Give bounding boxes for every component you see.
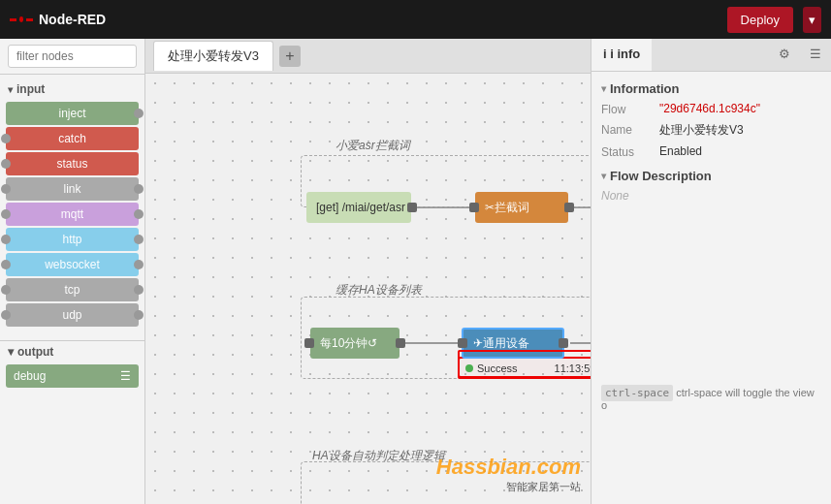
right-panel: i i info ⚙ ☰ ▾ Information Flow "29d6746… xyxy=(591,39,831,504)
name-value: 处理小爱转发V3 xyxy=(659,122,821,139)
output-arrow-icon: ▾ xyxy=(8,345,14,359)
canvas-area: 处理小爱转发V3 + 小爱asr拦截词 xyxy=(145,39,591,504)
sidebar-item-status[interactable]: status xyxy=(6,152,139,175)
link-port-right xyxy=(134,184,144,194)
add-tab-button[interactable]: + xyxy=(279,46,301,67)
hint-key: ctrl-space xyxy=(601,385,673,401)
flow-description-section: ▾ Flow Description None xyxy=(601,169,821,203)
tab-info[interactable]: i i info xyxy=(591,39,652,71)
info-arrow-icon: ▾ xyxy=(601,83,606,94)
status-port-left xyxy=(1,159,11,169)
logo-dash xyxy=(10,18,16,21)
input-section-label: input xyxy=(16,82,45,96)
debug-list-icon: ☰ xyxy=(120,369,131,383)
sidebar-item-mqtt[interactable]: mqtt xyxy=(6,203,139,226)
sidebar: ▾ input inject catch status link xyxy=(0,39,145,504)
status-label: Status xyxy=(601,144,659,159)
information-title: ▾ Information xyxy=(601,81,821,96)
logo-icon xyxy=(10,11,33,28)
output-section-label: output xyxy=(17,345,53,359)
n2-port-right xyxy=(564,203,574,212)
n2-port-left xyxy=(469,203,479,212)
node-universal-device[interactable]: ✈通用设备 xyxy=(462,328,564,359)
sidebar-item-tcp[interactable]: tcp xyxy=(6,278,139,301)
deploy-dropdown-button[interactable]: ▾ xyxy=(803,7,821,33)
canvas-tabs: 处理小爱转发V3 + xyxy=(145,39,591,74)
input-arrow-icon: ▾ xyxy=(8,84,13,95)
info-icon: i xyxy=(603,47,607,61)
logo-dash2 xyxy=(26,18,33,21)
flow-label-3: HA设备自动判定处理逻辑 xyxy=(312,448,445,464)
rp-tab-icons: ⚙ ☰ xyxy=(769,39,831,71)
http-port-left xyxy=(1,235,11,244)
status-row: Status Enabled xyxy=(601,144,821,159)
udp-port-right xyxy=(134,310,144,320)
node-timer[interactable]: 每10分钟↺ xyxy=(310,328,400,359)
flow-canvas[interactable]: 小爱asr拦截词 缓存HA设备列表 HA设备自动判定处理逻辑 [get] /mi… xyxy=(145,74,591,504)
flow-id-value: "29d6746d.1c934c" xyxy=(659,102,760,115)
main-layout: ▾ input inject catch status link xyxy=(0,39,831,504)
flow-label-2: 缓存HA设备列表 xyxy=(336,282,422,299)
n5-port-left xyxy=(458,338,467,348)
link-port-left xyxy=(1,184,11,194)
mqtt-port-left xyxy=(1,209,11,219)
n5-status-bar: Success 11:13:59 xyxy=(465,362,591,374)
sidebar-item-debug[interactable]: debug ☰ xyxy=(6,364,139,388)
websocket-port-right xyxy=(134,260,144,269)
flow-description-title: ▾ Flow Description xyxy=(601,169,821,183)
sidebar-search-area xyxy=(0,39,144,75)
flow-label: Flow xyxy=(601,102,659,116)
topbar: Node-RED Deploy ▾ xyxy=(0,0,831,39)
hint-area: ctrl-space ctrl-space will toggle the vi… xyxy=(601,212,821,411)
n5-status-time: 11:13:59 xyxy=(555,362,591,374)
app-title: Node-RED xyxy=(39,12,106,27)
websocket-port-left xyxy=(1,260,11,269)
flow-tab[interactable]: 处理小爱转发V3 xyxy=(153,41,273,71)
name-label: Name xyxy=(601,122,659,137)
hint-text: ctrl-space ctrl-space will toggle the vi… xyxy=(601,387,821,411)
group-box-3 xyxy=(301,461,591,504)
n4-port-left xyxy=(304,338,314,348)
catch-port-left xyxy=(1,134,11,143)
inject-port-right xyxy=(134,109,144,118)
sidebar-item-inject[interactable]: inject xyxy=(6,102,139,125)
udp-port-left xyxy=(1,310,11,320)
sidebar-input-header[interactable]: ▾ input xyxy=(0,79,144,100)
desc-arrow-icon: ▾ xyxy=(601,171,606,181)
n5-port-right xyxy=(559,338,568,348)
flow-description-text: None xyxy=(601,189,821,203)
http-port-right xyxy=(134,235,144,244)
logo: Node-RED xyxy=(10,11,106,28)
sidebar-item-websocket[interactable]: websocket xyxy=(6,253,139,276)
deploy-button[interactable]: Deploy xyxy=(727,7,793,33)
tab-config-icon[interactable]: ⚙ xyxy=(769,39,800,71)
sidebar-input-section: ▾ input inject catch status link xyxy=(0,75,144,332)
tcp-port-left xyxy=(1,285,11,295)
n5-status-dot xyxy=(465,364,473,372)
logo-dot xyxy=(19,16,24,22)
sidebar-output-section: ▾ output debug ☰ xyxy=(0,332,144,394)
n1-port-right xyxy=(407,203,417,212)
information-section: ▾ Information Flow "29d6746d.1c934c" Nam… xyxy=(601,81,821,159)
sidebar-item-link[interactable]: link xyxy=(6,177,139,201)
search-input[interactable] xyxy=(8,45,137,68)
right-panel-content: ▾ Information Flow "29d6746d.1c934c" Nam… xyxy=(591,72,831,504)
sidebar-item-udp[interactable]: udp xyxy=(6,303,139,327)
right-panel-tabs: i i info ⚙ ☰ xyxy=(591,39,831,72)
flow-row: Flow "29d6746d.1c934c" xyxy=(601,102,821,116)
sidebar-output-header[interactable]: ▾ output xyxy=(0,340,144,362)
mqtt-port-right xyxy=(134,209,144,219)
sidebar-item-http[interactable]: http xyxy=(6,228,139,251)
flow-label-1: 小爱asr拦截词 xyxy=(336,138,410,154)
n4-port-right xyxy=(396,338,405,348)
tcp-port-right xyxy=(134,285,144,295)
status-value: Enabled xyxy=(659,144,821,158)
name-row: Name 处理小爱转发V3 xyxy=(601,122,821,139)
n5-status-text: Success xyxy=(477,362,518,374)
tab-extra-icon[interactable]: ☰ xyxy=(800,39,831,71)
node-intercept[interactable]: ✂拦截词 xyxy=(475,192,568,223)
sidebar-item-catch[interactable]: catch xyxy=(6,127,139,150)
node-get-asr[interactable]: [get] /miai/get/asr xyxy=(306,192,411,223)
